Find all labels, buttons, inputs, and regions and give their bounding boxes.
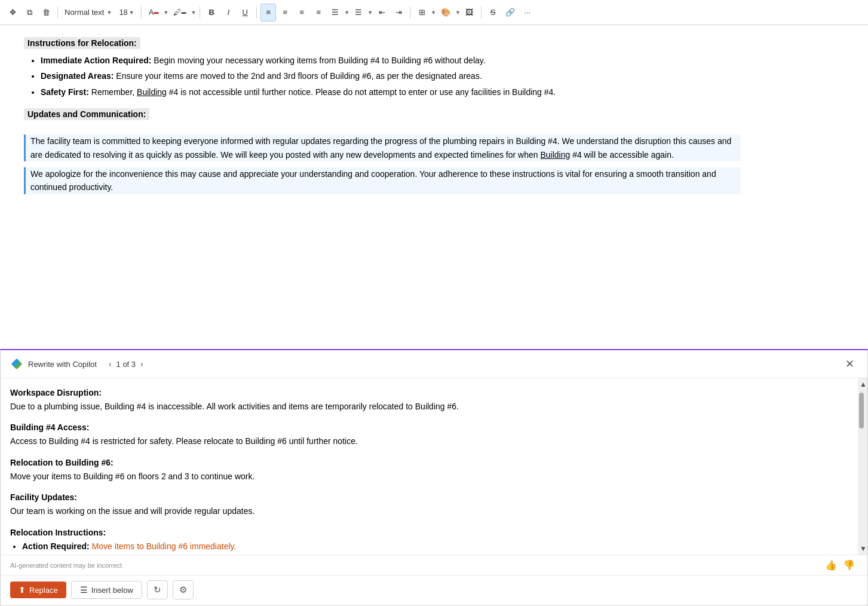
instruction-text-2: Ensure your items are moved to the 2nd a…: [114, 71, 481, 81]
style-label: Normal text: [65, 8, 104, 17]
section-instructions-header: Instructions for Relocation:: [24, 37, 140, 49]
copilot-access-section: Building #4 Access: Access to Building #…: [10, 423, 846, 448]
regenerate-button[interactable]: ↻: [147, 580, 168, 599]
section-updates: Updates and Communication:: [24, 108, 741, 125]
copilot-title: Rewrite with Copilot: [28, 360, 97, 369]
align-justify-btn[interactable]: ≡: [311, 4, 326, 22]
copilot-instructions-list: Action Required: Move items to Building …: [10, 540, 846, 555]
table-btn[interactable]: ⊞: [414, 4, 430, 22]
sep6: [481, 7, 481, 19]
copilot-bullet-1-text: Move items to Building #6 immediately.: [90, 541, 237, 551]
instruction-item-1: Immediate Action Required: Begin moving …: [41, 54, 741, 67]
copilot-body[interactable]: Workspace Disruption: Due to a plumbing …: [1, 378, 858, 555]
section-updates-header: Updates and Communication:: [24, 108, 149, 120]
style-chevron: ▼: [106, 10, 112, 16]
insert-below-label: Insert below: [91, 586, 133, 595]
decrease-indent-btn[interactable]: ⇤: [374, 4, 389, 22]
instruction-label-2: Designated Areas:: [41, 71, 114, 81]
table-chevron[interactable]: ▼: [431, 10, 436, 16]
scroll-thumb: [859, 393, 864, 429]
highlight-chevron[interactable]: ▼: [191, 10, 196, 16]
link-btn[interactable]: 🔗: [502, 4, 519, 22]
color-fill-chevron[interactable]: ▼: [455, 10, 461, 16]
font-size-selector[interactable]: 18 ▼: [116, 4, 137, 22]
image-btn[interactable]: 🖼: [462, 4, 477, 22]
copilot-prev-btn[interactable]: ‹: [106, 358, 114, 370]
replace-button[interactable]: ⬆ Replace: [10, 581, 66, 598]
sep5: [410, 7, 410, 19]
insert-below-button[interactable]: ☰ Insert below: [71, 581, 142, 599]
copilot-access-title: Building #4 Access:: [10, 423, 846, 432]
copilot-logo-icon: [10, 357, 23, 371]
copilot-bullet-1: Action Required: Move items to Building …: [22, 540, 846, 553]
copilot-workspace-text: Due to a plumbing issue, Building #4 is …: [10, 400, 846, 413]
scroll-down-btn[interactable]: ▼: [858, 543, 867, 555]
bold-btn[interactable]: B: [204, 4, 219, 22]
numbering-btn[interactable]: ☰: [351, 4, 366, 22]
style-selector[interactable]: Normal text ▼: [62, 4, 115, 22]
font-color-chevron[interactable]: ▼: [163, 10, 168, 16]
insert-below-icon: ☰: [80, 585, 88, 595]
copilot-relocation-text: Move your items to Building #6 on floors…: [10, 470, 846, 483]
increase-indent-btn[interactable]: ⇥: [391, 4, 406, 22]
align-center-btn[interactable]: ≡: [277, 4, 293, 22]
copilot-page-label: 1 of 3: [116, 360, 136, 369]
highlight-btn[interactable]: 🖊▬: [170, 4, 189, 22]
delete-btn[interactable]: 🗑: [38, 4, 54, 22]
copilot-bullet-1-label: Action Required:: [22, 541, 90, 551]
copilot-facility-section: Facility Updates: Our team is working on…: [10, 492, 846, 518]
sep4: [256, 7, 257, 19]
font-size-chevron: ▼: [129, 10, 134, 16]
copilot-actions: ⬆ Replace ☰ Insert below ↻ ⚙: [1, 575, 867, 605]
align-right-btn[interactable]: ≡: [294, 4, 309, 22]
copilot-relocation-section: Relocation to Building #6: Move your ite…: [10, 458, 846, 483]
copilot-instructions-title: Relocation Instructions:: [10, 528, 846, 537]
paragraph-updates: The facility team is committed to keepin…: [24, 134, 741, 161]
scroll-thumb-area: [858, 390, 867, 543]
copilot-close-btn[interactable]: ✕: [842, 356, 858, 372]
copilot-disclaimer-row: AI-generated content may be incorrect 👍 …: [1, 555, 867, 575]
section-instructions: Instructions for Relocation: Immediate A…: [24, 37, 741, 99]
sep1: [57, 7, 58, 19]
copilot-access-text: Access to Building #4 is restricted for …: [10, 434, 846, 448]
more-btn[interactable]: ···: [520, 4, 535, 22]
building-link-1[interactable]: Building: [137, 87, 167, 97]
instruction-text-1: Begin moving your necessary working item…: [151, 56, 485, 65]
italic-btn[interactable]: I: [220, 4, 236, 22]
copilot-workspace-section: Workspace Disruption: Due to a plumbing …: [10, 388, 846, 413]
doc-content: Instructions for Relocation: Immediate A…: [24, 37, 741, 194]
copilot-workspace-title: Workspace Disruption:: [10, 388, 846, 397]
instruction-item-2: Designated Areas: Ensure your items are …: [41, 69, 741, 82]
sep3: [200, 7, 200, 19]
replace-label: Replace: [29, 586, 58, 595]
building-link-2[interactable]: Building: [540, 150, 570, 160]
copy-btn[interactable]: ⧉: [22, 4, 37, 22]
settings-button[interactable]: ⚙: [173, 580, 194, 599]
ai-disclaimer: AI-generated content may be incorrect: [10, 562, 122, 569]
instructions-list: Immediate Action Required: Begin moving …: [24, 54, 741, 99]
instruction-label-3: Safety First:: [41, 87, 89, 97]
move-btn[interactable]: ✥: [5, 4, 20, 22]
bullets-btn[interactable]: ☰: [327, 4, 343, 22]
copilot-next-btn[interactable]: ›: [138, 358, 146, 370]
font-color-btn[interactable]: A▬: [145, 4, 162, 22]
strikethrough-btn[interactable]: S: [485, 4, 501, 22]
thumbs-down-btn[interactable]: 👎: [840, 558, 858, 573]
copilot-facility-text: Our team is working on the issue and wil…: [10, 504, 846, 518]
copilot-nav: ‹ 1 of 3 ›: [106, 358, 146, 370]
scroll-up-btn[interactable]: ▲: [858, 378, 867, 390]
bullets-chevron[interactable]: ▼: [344, 10, 349, 16]
underline-btn[interactable]: U: [237, 4, 253, 22]
sep2: [141, 7, 142, 19]
copilot-instructions-section: Relocation Instructions: Action Required…: [10, 528, 846, 555]
apology-text: We apologize for the inconvenience this …: [30, 169, 716, 192]
toolbar: ✥ ⧉ 🗑 Normal text ▼ 18 ▼ A▬ ▼ 🖊▬ ▼ B I U…: [0, 0, 868, 25]
copilot-relocation-title: Relocation to Building #6:: [10, 458, 846, 467]
color-fill-btn[interactable]: 🎨: [437, 4, 454, 22]
copilot-bullet-2: Designated Areas: Place items on floors …: [22, 554, 846, 555]
paragraph-apology: We apologize for the inconvenience this …: [24, 167, 741, 194]
instruction-label-1: Immediate Action Required:: [41, 56, 151, 65]
numbering-chevron[interactable]: ▼: [367, 10, 373, 16]
align-left-btn[interactable]: ≡: [260, 4, 276, 22]
thumbs-up-btn[interactable]: 👍: [822, 558, 840, 573]
